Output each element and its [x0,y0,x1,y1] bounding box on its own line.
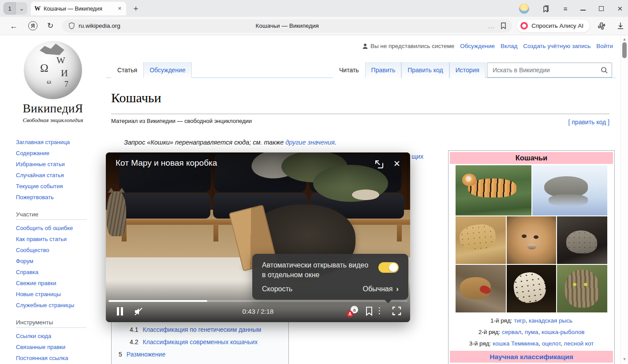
auto-open-toggle[interactable] [378,262,399,273]
tab-Статья[interactable]: Статья [111,62,143,78]
video-progress-bar[interactable] [108,300,407,302]
globe-glyph: И [61,67,68,79]
return-to-tab-icon[interactable] [374,159,384,169]
lead-text-fragment-link[interactable]: щих [411,153,423,160]
browser-menu-icon[interactable]: ≡ [564,5,568,12]
sidebar-link-Связанные правки[interactable]: Связанные правки [16,344,65,350]
caption-link-кошка Темминка[interactable]: кошка Темминка [493,340,538,347]
new-tab-button[interactable]: + [131,4,141,14]
sidebar-link-Свежие правки[interactable]: Свежие правки [16,280,56,286]
video-translate-icon[interactable]: a A [347,306,358,317]
wiki-search-box[interactable] [487,63,612,78]
personal-link-Создать учётную запись[interactable]: Создать учётную запись [523,43,591,49]
photo-canada-lynx[interactable] [532,165,607,215]
tab-История[interactable]: История [449,62,486,78]
view-tabs: ЧитатьПравитьПравить кодИстория [333,62,486,78]
window-close-button[interactable]: ✕ [617,5,623,12]
scrollbar-thumb[interactable] [622,42,627,58]
window-minimize-button[interactable] [580,10,586,11]
profile-avatar[interactable] [519,4,529,14]
scroll-down-icon[interactable]: ▼ [621,357,628,361]
caption-separator: , [538,329,542,335]
sidebar-link-Сообщество[interactable]: Сообщество [16,247,49,253]
sidebar-link-Сообщить об ошибке[interactable]: Сообщить об ошибке [16,225,73,231]
address-bar[interactable]: ru.wikipedia.org Кошачьи — Википедия … [62,19,512,33]
caption-link-пума[interactable]: пума [525,329,538,335]
browser-tab[interactable]: W Кошачьи — Википедия ✕ [31,2,126,15]
sidebar-link-Содержание[interactable]: Содержание [16,150,49,156]
photo-puma[interactable] [507,216,556,264]
photo-fishing-cat[interactable] [557,216,607,264]
personal-link-Вклад[interactable]: Вклад [501,43,517,49]
search-icon[interactable] [601,67,608,74]
sidebar-item: Как править статьи [0,235,106,246]
sidebar-link-Новые страницы[interactable]: Новые страницы [16,291,61,297]
page-scrollbar[interactable]: ▲ ▼ [621,36,628,364]
toc-number: 4.2 [130,338,138,345]
sidebar-link-Пожертвовать[interactable]: Пожертвовать [16,194,54,201]
sidebar-link-Служебные страницы[interactable]: Служебные страницы [16,302,74,308]
caption-link-кошка-рыболов[interactable]: кошка-рыболов [542,329,584,335]
edit-source-link[interactable]: [ править код ] [568,119,610,126]
fullscreen-icon[interactable] [392,306,401,316]
wikipedia-logo[interactable]: Ω W И 7 ω ВикипедиЯ Свободная энциклопед… [0,39,106,124]
toc-item[interactable]: 4.1Классификация по генетическим данным [112,323,288,336]
address-overflow-icon[interactable]: … [488,22,495,30]
toc-link[interactable]: Классификация по генетическим данным [142,326,261,333]
toc-link[interactable]: Классификация современных кошачьих [142,338,258,345]
caption-link-лесной кот[interactable]: лесной кот [564,340,594,347]
toc-link[interactable]: Размножение [127,351,165,358]
toc-item[interactable]: 4.2Классификация современных кошачьих [112,336,288,348]
caption-link-тигр[interactable]: тигр [514,317,525,324]
speed-row[interactable]: Скорость Обычная› [262,285,399,293]
personal-link-Войти[interactable]: Войти [596,43,613,49]
classification-header-link[interactable]: Научная классификация [450,351,613,363]
video-bookmark-icon[interactable] [365,306,373,316]
bookmark-icon[interactable] [500,22,507,30]
sidebar-link-Избранные статьи[interactable]: Избранные статьи [16,161,65,167]
sidebar-link-Как править статьи[interactable]: Как править статьи [16,236,67,242]
photo-ocelot[interactable] [507,265,556,312]
other-meanings-link[interactable]: другие значения [285,139,334,146]
site-shield-icon[interactable] [68,22,75,30]
pip-video-player[interactable]: Кот Мару и новая коробка ✕ 0:43 / 2:18 a… [106,152,410,322]
tab-Обсуждение[interactable]: Обсуждение [143,62,192,78]
back-button[interactable]: ← [10,22,18,30]
search-input[interactable] [492,66,601,74]
tab-Править[interactable]: Править [365,62,402,78]
side-panels-icon[interactable] [542,4,550,12]
yandex-home-button[interactable]: Я [28,21,37,30]
window-maximize-button[interactable] [599,6,604,11]
video-scene-tabby-cat [107,191,126,236]
extensions-puzzle-icon[interactable] [597,22,606,30]
caption-link-канадская рысь[interactable]: канадская рысь [529,317,572,324]
sidebar-link-Постоянная ссылка[interactable]: Постоянная ссылка [16,355,68,361]
downloads-icon[interactable] [617,22,624,30]
tab-close-icon[interactable]: ✕ [117,5,123,12]
sidebar-link-Ссылки сюда[interactable]: Ссылки сюда [16,333,51,339]
sidebar-link-Заглавная страница[interactable]: Заглавная страница [16,139,70,145]
video-more-icon[interactable]: ⋮ [375,305,384,316]
tab-Читать[interactable]: Читать [333,62,365,78]
caption-link-сервал[interactable]: сервал [502,329,521,335]
tab-Править код[interactable]: Править код [401,62,449,78]
video-close-icon[interactable]: ✕ [393,159,400,169]
photo-wildcat[interactable] [557,265,607,312]
sidebar-link-Форум[interactable]: Форум [16,258,34,264]
photo-serval[interactable] [456,216,506,264]
sidebar-link-Случайная статья[interactable]: Случайная статья [16,172,64,178]
photo-temminck-cat[interactable] [456,265,506,312]
tab-list-chevron-icon[interactable]: ⌄ [16,2,27,15]
sidebar-link-Текущие события[interactable]: Текущие события [16,183,63,189]
personal-link-Обсуждение[interactable]: Обсуждение [460,43,495,49]
sidebar-link-Справка[interactable]: Справка [16,269,38,275]
photo-tiger[interactable] [456,165,531,215]
ask-alice-button[interactable]: Спросить Алису AI [516,19,590,33]
url-text[interactable]: ru.wikipedia.org [78,22,120,29]
tab-counter-button[interactable]: 1 [4,2,16,15]
login-status: Вы не представились системе [362,43,454,49]
scroll-up-icon[interactable]: ▲ [621,37,628,41]
caption-link-оцелот[interactable]: оцелот [542,340,561,347]
toc-item[interactable]: 5Размножение [112,348,288,360]
reload-button[interactable]: ↻ [47,22,53,30]
